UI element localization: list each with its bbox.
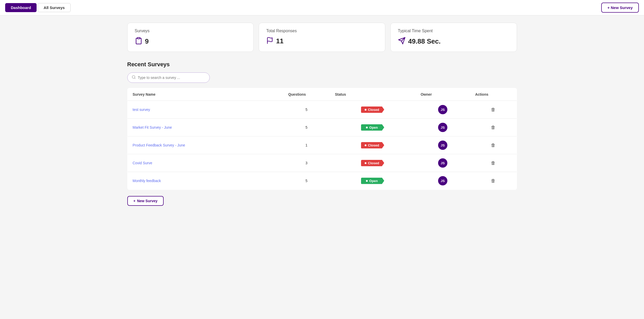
avatar: JS bbox=[438, 105, 447, 114]
delete-button[interactable]: 🗑 bbox=[489, 124, 498, 131]
surveys-count: 9 bbox=[145, 37, 149, 45]
table-row: test survey 5 Closed JS 🗑 bbox=[127, 101, 517, 119]
actions-cell: 🗑 bbox=[470, 154, 517, 172]
top-nav: Dashboard All Surveys + New Survey bbox=[0, 0, 644, 15]
status-cell: Closed bbox=[330, 136, 415, 154]
surveys-table: Survey Name Questions Status Owner Actio… bbox=[127, 88, 517, 190]
time-value: 49.88 Sec. bbox=[408, 37, 441, 45]
survey-name-cell: Product Feedback Survey - June bbox=[127, 136, 283, 154]
search-input-wrap[interactable] bbox=[127, 72, 210, 83]
surveys-stat-title: Surveys bbox=[135, 29, 246, 33]
owner-cell: JS bbox=[415, 172, 470, 190]
status-dot bbox=[366, 127, 368, 128]
responses-stat-value: 11 bbox=[266, 37, 378, 45]
status-badge: Open bbox=[361, 178, 384, 184]
avatar: JS bbox=[438, 141, 447, 150]
surveys-stat-card: Surveys 9 bbox=[127, 23, 254, 52]
main-content: Surveys 9 Total Responses bbox=[121, 15, 523, 213]
actions-cell: 🗑 bbox=[470, 101, 517, 119]
status-label: Closed bbox=[368, 161, 379, 165]
plus-icon: + bbox=[133, 199, 136, 203]
clipboard-icon bbox=[135, 37, 143, 46]
status-label: Open bbox=[369, 179, 378, 183]
questions-cell: 1 bbox=[283, 136, 330, 154]
status-badge: Closed bbox=[361, 142, 384, 149]
status-label: Open bbox=[369, 126, 378, 129]
col-header-questions: Questions bbox=[283, 88, 330, 101]
time-stat-card: Typical Time Spent 49.88 Sec. bbox=[390, 23, 517, 52]
questions-cell: 5 bbox=[283, 101, 330, 119]
recent-surveys-title: Recent Surveys bbox=[127, 61, 517, 68]
actions-cell: 🗑 bbox=[470, 136, 517, 154]
status-dot bbox=[365, 162, 366, 164]
dashboard-tab[interactable]: Dashboard bbox=[5, 3, 37, 12]
status-badge: Closed bbox=[361, 107, 384, 113]
status-dot bbox=[365, 144, 366, 146]
search-wrap bbox=[127, 72, 517, 83]
all-surveys-tab[interactable]: All Surveys bbox=[38, 3, 71, 12]
recent-surveys-section: Recent Surveys Survey Name Questions Sta… bbox=[127, 61, 517, 206]
status-cell: Open bbox=[330, 119, 415, 136]
search-icon bbox=[132, 75, 136, 80]
questions-cell: 5 bbox=[283, 172, 330, 190]
time-stat-title: Typical Time Spent bbox=[398, 29, 509, 33]
col-header-status: Status bbox=[330, 88, 415, 101]
responses-count: 11 bbox=[276, 37, 283, 45]
surveys-stat-value: 9 bbox=[135, 37, 246, 46]
status-label: Closed bbox=[368, 143, 379, 147]
owner-cell: JS bbox=[415, 154, 470, 172]
responses-stat-card: Total Responses 11 bbox=[259, 23, 385, 52]
table-row: Market Fit Survey - June 5 Open JS 🗑 bbox=[127, 119, 517, 136]
flag-icon bbox=[266, 37, 273, 45]
survey-name-link[interactable]: test survey bbox=[133, 108, 150, 112]
compass-icon bbox=[398, 37, 406, 46]
responses-stat-title: Total Responses bbox=[266, 29, 378, 33]
questions-cell: 5 bbox=[283, 119, 330, 136]
new-survey-button-top[interactable]: + New Survey bbox=[601, 3, 639, 13]
new-survey-label-bottom: New Survey bbox=[137, 199, 157, 203]
stat-cards: Surveys 9 Total Responses bbox=[127, 23, 517, 52]
owner-cell: JS bbox=[415, 136, 470, 154]
survey-name-cell: test survey bbox=[127, 101, 283, 119]
delete-button[interactable]: 🗑 bbox=[489, 142, 498, 149]
svg-line-5 bbox=[135, 78, 135, 79]
status-badge: Open bbox=[361, 124, 384, 131]
status-dot bbox=[366, 180, 368, 182]
col-header-owner: Owner bbox=[415, 88, 470, 101]
actions-cell: 🗑 bbox=[470, 119, 517, 136]
survey-name-link[interactable]: Monthly feedback bbox=[133, 179, 161, 183]
table-row: Covid Surve 3 Closed JS 🗑 bbox=[127, 154, 517, 172]
survey-name-cell: Covid Surve bbox=[127, 154, 283, 172]
avatar: JS bbox=[438, 123, 447, 132]
search-input[interactable] bbox=[138, 76, 205, 80]
nav-left: Dashboard All Surveys bbox=[5, 3, 71, 12]
status-cell: Closed bbox=[330, 154, 415, 172]
delete-button[interactable]: 🗑 bbox=[489, 177, 498, 185]
survey-name-cell: Market Fit Survey - June bbox=[127, 119, 283, 136]
col-header-actions: Actions bbox=[470, 88, 517, 101]
table-row: Monthly feedback 5 Open JS 🗑 bbox=[127, 172, 517, 190]
status-cell: Closed bbox=[330, 101, 415, 119]
avatar: JS bbox=[438, 176, 447, 185]
actions-cell: 🗑 bbox=[470, 172, 517, 190]
col-header-survey-name: Survey Name bbox=[127, 88, 283, 101]
time-stat-value: 49.88 Sec. bbox=[398, 37, 509, 46]
delete-button[interactable]: 🗑 bbox=[489, 159, 498, 167]
new-survey-button-bottom[interactable]: + New Survey bbox=[127, 196, 164, 206]
status-cell: Open bbox=[330, 172, 415, 190]
delete-button[interactable]: 🗑 bbox=[489, 106, 498, 113]
survey-name-link[interactable]: Market Fit Survey - June bbox=[133, 125, 172, 129]
survey-name-link[interactable]: Covid Surve bbox=[133, 161, 152, 165]
survey-name-cell: Monthly feedback bbox=[127, 172, 283, 190]
avatar: JS bbox=[438, 158, 447, 168]
status-badge: Closed bbox=[361, 160, 384, 166]
survey-name-link[interactable]: Product Feedback Survey - June bbox=[133, 143, 185, 147]
table-header-row: Survey Name Questions Status Owner Actio… bbox=[127, 88, 517, 101]
table-row: Product Feedback Survey - June 1 Closed … bbox=[127, 136, 517, 154]
owner-cell: JS bbox=[415, 119, 470, 136]
status-label: Closed bbox=[368, 108, 379, 112]
questions-cell: 3 bbox=[283, 154, 330, 172]
status-dot bbox=[365, 109, 366, 111]
svg-rect-0 bbox=[137, 38, 140, 39]
owner-cell: JS bbox=[415, 101, 470, 119]
